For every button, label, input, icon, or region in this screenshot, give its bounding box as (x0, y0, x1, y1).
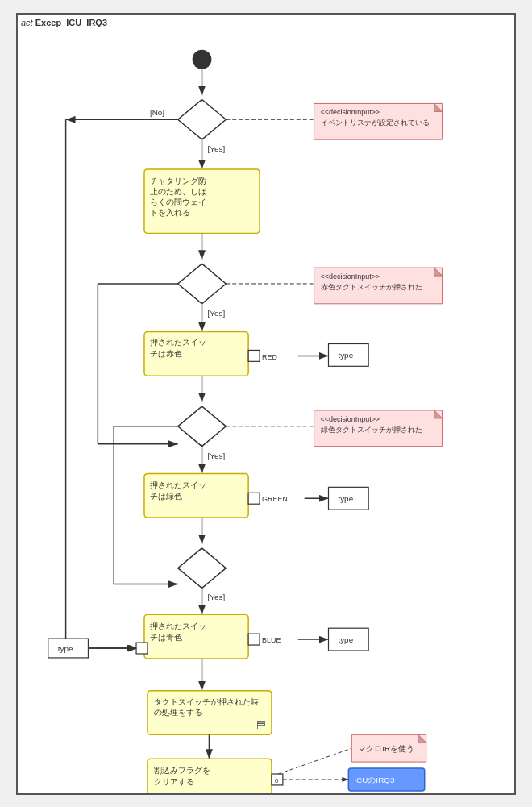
svg-text:type: type (338, 635, 353, 644)
svg-text:マクロIRを使う: マクロIRを使う (358, 744, 414, 753)
pin-action5-in (136, 643, 148, 654)
pin-green (248, 493, 260, 504)
svg-text:0: 0 (275, 776, 279, 784)
yes1-label: [Yes] (207, 144, 225, 153)
no-label: [No] (150, 108, 164, 117)
decision2 (178, 264, 227, 304)
decision4 (178, 547, 227, 588)
svg-text:type: type (338, 494, 353, 503)
pin-blue (248, 634, 260, 645)
svg-text:RED: RED (262, 353, 277, 361)
svg-text:ICUのIRQ3: ICUのIRQ3 (354, 775, 395, 784)
svg-text:⛿: ⛿ (256, 719, 266, 730)
decision1 (178, 99, 227, 139)
diagram-container: act Excep_ICU_IRQ3 [No] (16, 13, 516, 795)
svg-text:[Yes]: [Yes] (207, 593, 225, 601)
svg-text:GREEN: GREEN (262, 495, 288, 503)
decision3 (178, 406, 227, 446)
pin-red (248, 350, 260, 361)
initial-node (193, 49, 212, 69)
diagram-svg: [No] <<decisionInput>> イベントリスナが設定されている [… (18, 15, 514, 793)
svg-text:BLUE: BLUE (262, 636, 281, 644)
action6 (148, 759, 272, 793)
svg-text:[Yes]: [Yes] (207, 451, 225, 460)
svg-text:type: type (58, 644, 73, 653)
svg-text:[Yes]: [Yes] (207, 308, 225, 317)
svg-text:type: type (338, 351, 353, 360)
svg-line-51 (272, 748, 351, 776)
